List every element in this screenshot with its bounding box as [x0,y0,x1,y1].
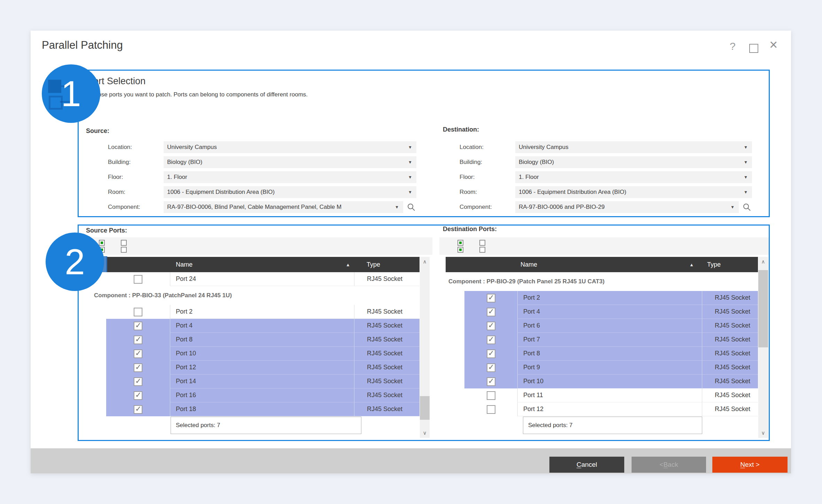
checkbox-cell [106,272,170,286]
checkbox-cell [106,375,170,388]
scrollbar-thumb[interactable] [420,396,430,420]
source-rows: Port 24RJ45 SocketComponent : PP-BIO-33 … [106,272,420,416]
scrollbar-thumb[interactable] [758,270,768,347]
port-checkbox[interactable] [487,308,495,316]
port-checkbox[interactable] [134,308,142,316]
port-checkbox[interactable] [134,336,142,344]
maximize-icon[interactable] [749,44,758,53]
field-row: Building:Biology (BIO)▼ [460,156,752,168]
table-row[interactable]: Port 18RJ45 Socket [106,402,420,416]
chevron-down-icon[interactable]: ▼ [742,160,752,165]
close-icon[interactable]: × [769,38,777,52]
next-button[interactable]: Next > [712,457,788,473]
port-checkbox[interactable] [134,349,142,358]
table-row[interactable]: Port 7RJ45 Socket [464,333,758,347]
table-row[interactable]: Port 4RJ45 Socket [106,319,420,333]
table-header[interactable]: Name ▲ Type [446,257,758,272]
port-checkbox[interactable] [134,405,142,414]
select-all-ports-icon[interactable] [457,240,464,253]
scroll-down-icon[interactable]: ∨ [420,428,430,438]
sort-ascending-icon[interactable]: ▲ [689,262,694,267]
table-row[interactable]: Port 10RJ45 Socket [464,375,758,388]
dropdown-value: 1. Floor [164,174,406,181]
port-checkbox[interactable] [487,391,495,400]
table-row[interactable]: Port 8RJ45 Socket [464,347,758,361]
chevron-down-icon[interactable]: ▼ [406,145,416,150]
scroll-down-icon[interactable]: ∨ [758,428,768,438]
deselect-all-ports-icon[interactable] [121,240,127,253]
table-row[interactable]: Port 12RJ45 Socket [464,402,758,416]
table-row[interactable]: Port 14RJ45 Socket [106,375,420,388]
table-row[interactable]: Port 10RJ45 Socket [106,347,420,361]
destination-ports-toolbar [439,237,769,255]
column-header-name[interactable]: Name [176,261,193,268]
field-label: Building: [460,159,515,166]
chevron-down-icon[interactable]: ▼ [742,145,752,150]
port-name-cell: Port 2 [170,305,354,319]
port-checkbox[interactable] [487,322,495,330]
column-header-name[interactable]: Name [520,261,537,268]
dropdown-field[interactable]: 1. Floor▼ [515,171,752,183]
dropdown-field[interactable]: 1006 - Equipment Distribution Area (BIO)… [515,186,752,198]
port-checkbox[interactable] [487,363,495,372]
chevron-down-icon[interactable]: ▼ [406,160,416,165]
help-icon[interactable]: ? [730,40,736,52]
source-ports-heading: Source Ports: [86,227,127,234]
port-checkbox[interactable] [487,377,495,386]
table-row[interactable]: Port 2RJ45 Socket [464,291,758,305]
chevron-down-icon[interactable]: ▼ [742,175,752,180]
table-row[interactable]: Port 8RJ45 Socket [106,333,420,347]
chevron-down-icon[interactable]: ▼ [393,205,403,210]
dropdown-value: RA-97-BIO-0006 and PP-BIO-29 [515,204,728,211]
dropdown-value: 1006 - Equipment Distribution Area (BIO) [515,189,742,196]
table-row[interactable]: Port 24RJ45 Socket [106,272,420,286]
port-name-cell: Port 8 [517,347,702,361]
table-row[interactable]: Port 16RJ45 Socket [106,388,420,402]
destination-scrollbar[interactable]: ∧ ∨ [758,257,768,438]
deselect-all-ports-icon[interactable] [479,240,486,253]
table-row[interactable]: Port 2RJ45 Socket [106,305,420,319]
dropdown-field[interactable]: University Campus▼ [164,141,416,153]
scroll-up-icon[interactable]: ∧ [758,257,768,267]
port-checkbox[interactable] [487,336,495,344]
source-scrollbar[interactable]: ∧ ∨ [420,257,430,438]
table-row[interactable]: Port 6RJ45 Socket [464,319,758,333]
port-checkbox[interactable] [487,405,495,414]
dropdown-field[interactable]: 1. Floor▼ [164,171,416,183]
search-icon[interactable] [742,201,752,213]
chevron-down-icon[interactable]: ▼ [728,205,739,210]
port-type-cell: RJ45 Socket [354,347,420,361]
port-type-cell: RJ45 Socket [702,361,758,375]
dropdown-field[interactable]: Biology (BIO)▼ [515,156,752,168]
sort-ascending-icon[interactable]: ▲ [346,262,350,267]
port-checkbox[interactable] [134,275,142,284]
chevron-down-icon[interactable]: ▼ [406,190,416,195]
port-checkbox[interactable] [487,349,495,358]
dropdown-field[interactable]: 1006 - Equipment Distribution Area (BIO)… [164,186,416,198]
chevron-down-icon[interactable]: ▼ [406,175,416,180]
port-checkbox[interactable] [134,377,142,386]
port-checkbox[interactable] [134,363,142,372]
search-icon[interactable] [406,201,416,213]
table-header[interactable]: Name ▲ Type [106,257,420,272]
port-checkbox[interactable] [134,391,142,400]
checkbox-cell [464,388,517,402]
dropdown-field[interactable]: RA-97-BIO-0006, Blind Panel, Cable Manag… [164,201,403,213]
column-header-type[interactable]: Type [707,261,721,268]
field-label: Component: [108,204,164,211]
checkbox-cell [464,361,517,375]
dropdown-field[interactable]: Biology (BIO)▼ [164,156,416,168]
table-row[interactable]: Port 12RJ45 Socket [106,361,420,375]
chevron-down-icon[interactable]: ▼ [742,190,752,195]
column-header-type[interactable]: Type [367,261,380,268]
checkbox-cell [106,305,170,319]
dropdown-field[interactable]: RA-97-BIO-0006 and PP-BIO-29▼ [515,201,739,213]
dropdown-field[interactable]: University Campus▼ [515,141,752,153]
port-checkbox[interactable] [487,294,495,302]
cancel-button[interactable]: Cancel [549,457,624,473]
table-row[interactable]: Port 11RJ45 Socket [464,388,758,402]
port-checkbox[interactable] [134,322,142,330]
table-row[interactable]: Port 9RJ45 Socket [464,361,758,375]
table-row[interactable]: Port 4RJ45 Socket [464,305,758,319]
scroll-up-icon[interactable]: ∧ [420,257,430,267]
